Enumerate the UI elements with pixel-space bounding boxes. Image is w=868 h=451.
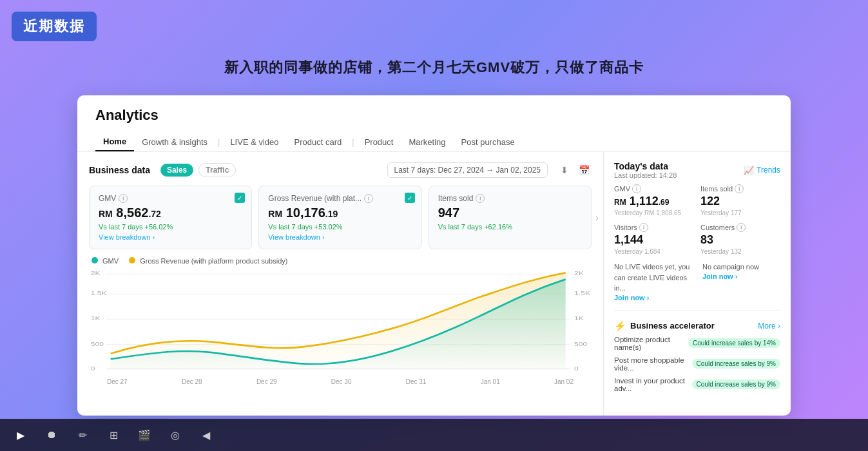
today-visitors-value: 1,144 bbox=[614, 233, 694, 247]
tab-growth[interactable]: Growth & insights bbox=[134, 133, 215, 151]
today-items-metric: Items sold i 122 Yesterday 177 bbox=[700, 184, 780, 216]
today-visitors-metric: Visitors i 1,144 Yesterday 1,684 bbox=[614, 223, 694, 255]
tab-product[interactable]: Product bbox=[357, 133, 401, 151]
svg-text:1K: 1K bbox=[91, 315, 101, 321]
x-label-6: Jan 02 bbox=[554, 378, 574, 385]
grid-icon[interactable]: ⊞ bbox=[104, 426, 122, 444]
tab-post-purchase[interactable]: Post purchase bbox=[454, 133, 523, 151]
items-sold-value: 947 bbox=[438, 206, 582, 220]
svg-text:500: 500 bbox=[91, 340, 104, 347]
chart-lines: 2K 1.5K 1K 500 0 2K 1.5K 1K 500 0 bbox=[89, 267, 592, 377]
divider bbox=[614, 311, 780, 311]
card-header: Analytics Home Growth & insights | LIVE … bbox=[77, 95, 791, 152]
today-visitors-yesterday: Yesterday 1,684 bbox=[614, 248, 694, 255]
trends-button[interactable]: 📈 Trends bbox=[744, 166, 780, 175]
right-panel: Today's data Last updated: 14:28 📈 Trend… bbox=[604, 152, 791, 416]
download-icon[interactable]: ⬇ bbox=[557, 162, 572, 178]
gmv-breakdown-link[interactable]: View breakdown › bbox=[99, 233, 242, 241]
metric-cards: GMV i ✓ RM 8,562.72 Vs last 7 days +56.0… bbox=[89, 186, 592, 249]
gmv-info-icon[interactable]: i bbox=[119, 194, 128, 203]
accel-item-2-text: Invest in your product adv... bbox=[614, 377, 687, 392]
next-arrow-icon[interactable]: › bbox=[595, 212, 599, 224]
svg-text:0: 0 bbox=[574, 365, 579, 371]
gross-info-icon[interactable]: i bbox=[364, 194, 373, 203]
pen-icon[interactable]: ✏ bbox=[73, 426, 92, 444]
today-gmv-yesterday: Yesterday RM 1,808.65 bbox=[614, 209, 694, 216]
tab-live[interactable]: LIVE & video bbox=[222, 133, 286, 151]
video-icon[interactable]: 🎬 bbox=[135, 426, 153, 444]
join-campaign-link[interactable]: Join now › bbox=[702, 273, 780, 280]
accel-title: ⚡ Business accelerator bbox=[614, 320, 715, 332]
chart-x-labels: Dec 27 Dec 28 Dec 29 Dec 30 Dec 31 Jan 0… bbox=[89, 377, 592, 387]
today-gmv-value: RM 1,112.69 bbox=[614, 195, 694, 208]
items-sold-label: Items sold i bbox=[438, 194, 582, 203]
accel-item-2-badge: Could increase sales by 9% bbox=[692, 379, 780, 389]
traffic-tab[interactable]: Traffic bbox=[198, 163, 236, 177]
gmv-label: GMV i bbox=[99, 194, 242, 203]
back-icon[interactable]: ◀ bbox=[197, 426, 215, 444]
accel-items: Optimize product name(s) Could increase … bbox=[614, 336, 780, 392]
today-visitors-info[interactable]: i bbox=[639, 223, 648, 232]
x-label-5: Jan 01 bbox=[481, 378, 500, 385]
today-gmv-metric: GMV i RM 1,112.69 Yesterday RM 1,808.65 bbox=[614, 184, 694, 216]
svg-text:1K: 1K bbox=[574, 315, 584, 321]
record-icon[interactable]: ⏺ bbox=[43, 426, 61, 444]
tab-marketing[interactable]: Marketing bbox=[401, 133, 453, 151]
date-range[interactable]: Last 7 days: Dec 27, 2024 → Jan 02, 2025 bbox=[387, 162, 548, 178]
chart-svg: 2K 1.5K 1K 500 0 2K 1.5K 1K 500 0 bbox=[89, 267, 592, 377]
svg-text:2K: 2K bbox=[574, 270, 584, 276]
today-items-label: Items sold i bbox=[700, 184, 780, 193]
gross-revenue-value: RM 10,176.19 bbox=[268, 206, 412, 220]
today-header: Today's data Last updated: 14:28 📈 Trend… bbox=[614, 161, 780, 179]
chart-legend: GMV Gross Revenue (with platform product… bbox=[89, 257, 592, 265]
bottom-toolbar: ▶ ⏺ ✏ ⊞ 🎬 ◎ ◀ bbox=[0, 419, 868, 451]
tab-product-card[interactable]: Product card bbox=[287, 133, 350, 151]
main-card: Analytics Home Growth & insights | LIVE … bbox=[77, 95, 791, 416]
x-label-2: Dec 29 bbox=[256, 378, 277, 385]
svg-text:500: 500 bbox=[574, 340, 587, 347]
svg-text:0: 0 bbox=[91, 365, 95, 371]
live-notice-block: No LIVE videos yet, you can create LIVE … bbox=[614, 262, 692, 302]
gmv-legend-dot bbox=[92, 257, 98, 264]
card-body: Business data Sales Traffic Last 7 days:… bbox=[77, 152, 791, 416]
top-label: 近期数据 bbox=[12, 12, 97, 41]
x-label-0: Dec 27 bbox=[107, 378, 128, 385]
join-live-link[interactable]: Join now › bbox=[614, 294, 692, 302]
accel-header: ⚡ Business accelerator More › bbox=[614, 320, 780, 332]
nav-tabs: Home Growth & insights | LIVE & video Pr… bbox=[95, 133, 773, 151]
today-customers-yesterday: Yesterday 132 bbox=[700, 248, 780, 255]
accel-icon: ⚡ bbox=[614, 320, 626, 332]
svg-text:1.5K: 1.5K bbox=[574, 290, 591, 296]
gross-legend-label: Gross Revenue (with platform product sub… bbox=[140, 257, 287, 265]
gmv-change: Vs last 7 days +56.02% bbox=[99, 223, 242, 231]
gross-change: Vs last 7 days +53.02% bbox=[268, 223, 412, 231]
today-items-info[interactable]: i bbox=[735, 184, 744, 193]
play-icon[interactable]: ▶ bbox=[12, 426, 30, 444]
today-customers-metric: Customers i 83 Yesterday 132 bbox=[700, 223, 780, 255]
live-notice-text: No LIVE videos yet, you can create LIVE … bbox=[614, 262, 692, 294]
calendar-icon[interactable]: 📅 bbox=[576, 162, 592, 178]
today-customers-info[interactable]: i bbox=[737, 223, 746, 232]
circle-icon[interactable]: ◎ bbox=[166, 426, 184, 444]
tab-home[interactable]: Home bbox=[95, 133, 134, 151]
today-customers-label: Customers i bbox=[700, 223, 780, 232]
today-gmv-info[interactable]: i bbox=[632, 184, 641, 193]
today-gmv-label: GMV i bbox=[614, 184, 694, 193]
items-change: Vs last 7 days +62.16% bbox=[438, 223, 582, 231]
gmv-check: ✓ bbox=[235, 193, 245, 203]
gmv-legend-item: GMV bbox=[92, 257, 119, 265]
today-last-updated: Last updated: 14:28 bbox=[614, 171, 677, 179]
more-link[interactable]: More › bbox=[758, 321, 780, 331]
today-visitors-label: Visitors i bbox=[614, 223, 694, 232]
sales-tab[interactable]: Sales bbox=[160, 164, 193, 177]
nav-sep-2: | bbox=[349, 137, 356, 147]
items-info-icon[interactable]: i bbox=[476, 194, 485, 203]
today-customers-value: 83 bbox=[700, 233, 780, 247]
items-sold-metric-card: Items sold i 947 Vs last 7 days +62.16% … bbox=[429, 186, 592, 249]
gross-legend-item: Gross Revenue (with platform product sub… bbox=[129, 257, 287, 265]
gross-revenue-label: Gross Revenue (with plat... i bbox=[268, 194, 412, 203]
chart-area: GMV Gross Revenue (with platform product… bbox=[89, 257, 592, 405]
date-range-icons: ⬇ 📅 bbox=[557, 162, 592, 178]
accel-item-0-text: Optimize product name(s) bbox=[614, 336, 683, 351]
gross-breakdown-link[interactable]: View breakdown › bbox=[268, 233, 412, 241]
